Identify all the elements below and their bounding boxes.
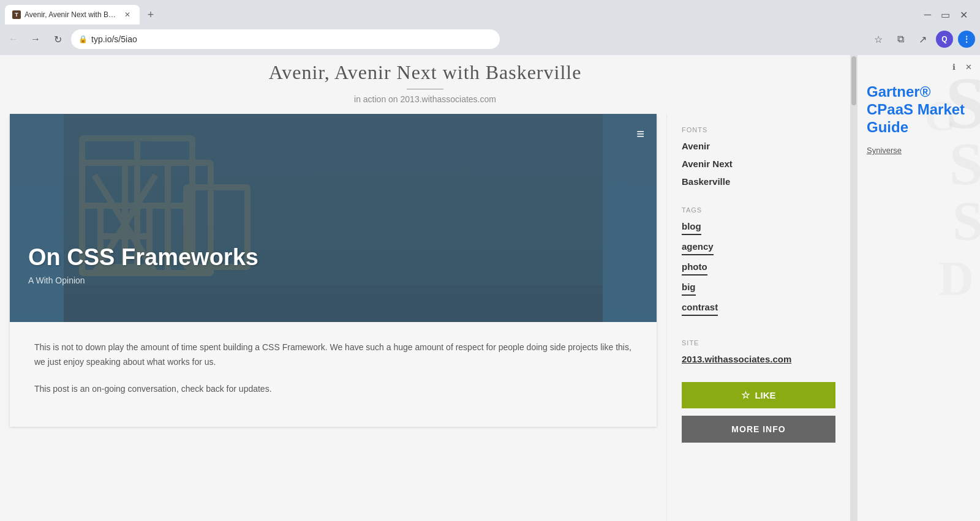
tab-favicon: T bbox=[12, 10, 21, 19]
tab-title: Avenir, Avenir Next with Baskervi bbox=[24, 10, 119, 19]
hero-subtitle: A With Opinion bbox=[28, 275, 258, 285]
fonts-section: FONTS Avenir Avenir Next Baskerville bbox=[682, 126, 835, 189]
tags-label: TAGS bbox=[682, 206, 835, 214]
svg-rect-1 bbox=[64, 114, 603, 322]
scrollbar[interactable] bbox=[850, 55, 858, 521]
page-subtitle: in action on 2013.withassociates.com bbox=[12, 94, 838, 104]
tab-close-button[interactable]: ✕ bbox=[123, 10, 132, 20]
lock-icon: 🔒 bbox=[78, 35, 88, 43]
new-tab-button[interactable]: + bbox=[142, 6, 159, 23]
site-link[interactable]: 2013.withassociates.com bbox=[682, 354, 791, 364]
site-label: SITE bbox=[682, 339, 835, 347]
font-item-avenir-next[interactable]: Avenir Next bbox=[682, 159, 835, 171]
content-paragraph-2: This post is an on-going conversation, c… bbox=[34, 382, 632, 397]
tag-agency[interactable]: agency bbox=[682, 241, 714, 255]
back-button[interactable]: ← bbox=[5, 31, 22, 48]
page-main-title: Avenir, Avenir Next with Baskerville bbox=[12, 61, 838, 84]
maximize-button[interactable]: ▭ bbox=[941, 9, 950, 21]
ad-content: Gartner® CPaaS Market Guide Syniverse bbox=[864, 77, 974, 161]
page-header: Avenir, Avenir Next with Baskerville in … bbox=[0, 55, 850, 114]
svg-rect-14 bbox=[64, 114, 603, 322]
fonts-label: FONTS bbox=[682, 126, 835, 133]
hero-title: On CSS Frameworks bbox=[28, 244, 258, 272]
profile-button[interactable]: Q bbox=[936, 31, 953, 48]
hero-section: ≡ On CSS Frameworks A With Opinion bbox=[10, 114, 657, 322]
browser-tab[interactable]: T Avenir, Avenir Next with Baskervi ✕ bbox=[5, 5, 140, 24]
svg-rect-13 bbox=[64, 285, 603, 322]
refresh-button[interactable]: ↻ bbox=[49, 31, 66, 48]
hero-text-block: On CSS Frameworks A With Opinion bbox=[28, 244, 258, 285]
content-section: This is not to down play the amount of t… bbox=[10, 322, 657, 427]
tag-blog[interactable]: blog bbox=[682, 221, 701, 235]
more-info-button[interactable]: MORE INFO bbox=[682, 416, 835, 443]
ad-info-button[interactable]: ℹ bbox=[948, 61, 959, 72]
font-item-baskerville[interactable]: Baskerville bbox=[682, 176, 835, 189]
ad-sponsor[interactable]: Syniverse bbox=[867, 146, 971, 155]
ad-sidebar: S S S C D ℹ ✕ Gartner® CPaaS Market Guid… bbox=[858, 55, 980, 521]
bookmark-icon[interactable]: ☆ bbox=[870, 31, 887, 48]
hamburger-menu-icon[interactable]: ≡ bbox=[636, 126, 644, 142]
ad-controls: ℹ ✕ bbox=[864, 61, 974, 72]
menu-button[interactable]: ⋮ bbox=[958, 31, 975, 48]
forward-button[interactable]: → bbox=[27, 31, 44, 48]
tags-section: TAGS blog agency photo big contrast bbox=[682, 206, 835, 322]
preview-card: ≡ On CSS Frameworks A With Opinion This … bbox=[10, 114, 657, 427]
font-item-avenir[interactable]: Avenir bbox=[682, 141, 835, 154]
star-icon: ☆ bbox=[741, 389, 750, 401]
title-divider bbox=[407, 89, 443, 89]
minimize-button[interactable]: ─ bbox=[924, 9, 931, 20]
scrollbar-thumb[interactable] bbox=[851, 56, 856, 105]
url-text: typ.io/s/5iao bbox=[91, 34, 137, 44]
extension-icon[interactable]: ⧉ bbox=[892, 31, 909, 48]
site-section: SITE 2013.withassociates.com bbox=[682, 339, 835, 365]
tag-photo[interactable]: photo bbox=[682, 261, 707, 275]
tag-big[interactable]: big bbox=[682, 282, 696, 296]
like-button[interactable]: ☆ LIKE bbox=[682, 382, 835, 408]
close-window-button[interactable]: ✕ bbox=[960, 9, 968, 21]
like-label: LIKE bbox=[755, 390, 775, 400]
address-bar[interactable]: 🔒 typ.io/s/5iao bbox=[71, 29, 500, 49]
share-icon[interactable]: ↗ bbox=[914, 31, 931, 48]
ad-title[interactable]: Gartner® CPaaS Market Guide bbox=[867, 83, 971, 136]
svg-rect-0 bbox=[64, 114, 603, 322]
content-paragraph-1: This is not to down play the amount of t… bbox=[34, 340, 632, 370]
ad-close-button[interactable]: ✕ bbox=[963, 61, 974, 72]
tags-list: blog agency photo big contrast bbox=[682, 221, 835, 322]
tag-contrast[interactable]: contrast bbox=[682, 302, 718, 316]
main-content-area: Avenir, Avenir Next with Baskerville in … bbox=[0, 55, 850, 521]
sidebar: FONTS Avenir Avenir Next Baskerville TAG… bbox=[666, 114, 850, 521]
hero-image bbox=[10, 114, 657, 322]
